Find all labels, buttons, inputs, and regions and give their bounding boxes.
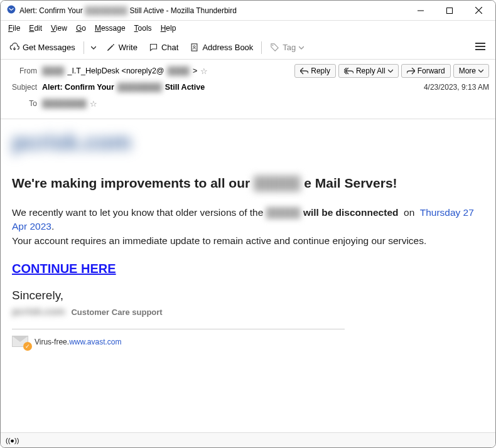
chevron-down-icon [299,45,304,50]
message-body: pcrisk.com We're making improvements to … [1,119,495,358]
get-messages-button[interactable]: Get Messages [4,40,80,55]
p1-blur: █████ [266,206,301,220]
menu-bar: File Edit View Go Message Tools Help [1,21,495,36]
menu-go[interactable]: Go [72,23,90,34]
message-actions: Reply Reply All Forward More [294,64,489,78]
from-blur-2: ████ [168,67,190,75]
menu-view[interactable]: View [47,23,71,34]
virus-free-row: ✓ Virus-free.www.avast.com [12,336,484,348]
menu-message[interactable]: Message [91,23,129,34]
reply-all-button[interactable]: Reply All [338,64,399,78]
menu-file[interactable]: File [4,23,24,34]
chevron-down-icon [388,68,393,73]
from-row: From ████ _I.T_HelpDesk <noreply2@████> … [7,63,489,78]
svg-point-7 [272,45,274,46]
star-contact-icon[interactable]: ☆ [90,99,97,109]
window-title: Alert: Confirm Your ████████ Still Activ… [19,6,406,15]
write-label: Write [119,43,137,52]
get-messages-dropdown[interactable] [87,43,100,53]
tag-label: Tag [283,43,296,52]
subject-value: Alert: Confirm Your ████████ Still Activ… [42,83,205,92]
subject-prefix: Alert: Confirm Your [42,83,114,92]
sincerely-text: Sincerely, [12,289,484,302]
separator [261,41,262,54]
more-label: More [459,67,476,75]
address-book-icon [190,43,199,52]
subject-row: Subject Alert: Confirm Your ████████ Sti… [7,80,489,95]
reply-all-icon [344,68,353,75]
chevron-down-icon [91,45,96,50]
reply-button[interactable]: Reply [294,64,336,78]
title-bar: Alert: Confirm Your ████████ Still Activ… [1,1,495,21]
avast-link[interactable]: www.avast.com [69,338,121,346]
message-headers: From ████ _I.T_HelpDesk <noreply2@████> … [1,60,495,119]
status-icon: ((●)) [6,437,19,444]
status-bar: ((●)) [1,432,495,447]
subject-suffix: Still Active [165,83,205,92]
reply-all-label: Reply All [356,67,385,75]
from-text: _I.T_HelpDesk <noreply2@ [67,67,164,75]
heading-suffix: e Mail Servers! [304,176,397,190]
continue-link[interactable]: CONTINUE HERE [12,262,116,276]
signature-line: pcrisk.com Customer Care support [12,306,484,317]
hamburger-icon [475,42,485,51]
minimize-button[interactable] [406,1,435,20]
reply-label: Reply [311,67,330,75]
to-label: To [7,99,37,108]
star-contact-icon[interactable]: ☆ [200,67,208,76]
p1-dot: . [51,221,54,232]
mail-paragraph-2: Your account requires an immediate updat… [12,234,484,248]
app-icon [7,5,16,16]
from-end: > [193,67,197,75]
to-row: To ████████ ☆ [7,96,489,111]
svg-point-6 [193,46,195,48]
to-blur: ████████ [42,99,87,108]
close-button[interactable] [464,1,493,20]
maximize-button[interactable] [435,1,464,20]
virus-free-icon: ✓ [12,336,30,348]
subject-label: Subject [7,83,37,92]
virus-free-text: Virus-free. [35,338,69,346]
from-blur-1: ████ [42,67,64,75]
app-menu-button[interactable] [469,40,492,55]
address-book-button[interactable]: Address Book [185,40,258,55]
heading-blur: █████ [254,176,300,191]
to-value: ████████ ☆ [42,99,97,109]
p1-text-a: We recently want to let you know that ol… [12,207,263,218]
p1-text-c: on [404,207,414,218]
from-value: ████ _I.T_HelpDesk <noreply2@████> ☆ [42,67,208,76]
chat-icon [149,43,158,52]
pencil-icon [106,43,116,52]
check-badge-icon: ✓ [23,342,32,351]
svg-point-0 [8,6,16,14]
message-date: 4/23/2023, 9:13 AM [424,83,489,92]
forward-icon [407,68,415,75]
p1-bold: will be disconnected [303,207,399,218]
svg-rect-2 [447,8,453,13]
chat-label: Chat [161,43,178,52]
get-messages-label: Get Messages [23,43,75,52]
mail-heading: We're making improvements to all our ███… [12,176,484,191]
logo-blur: pcrisk.com [12,129,131,156]
more-button[interactable]: More [453,64,489,78]
download-cloud-icon [9,43,19,53]
from-label: From [7,67,37,75]
chevron-down-icon [478,68,483,73]
menu-edit[interactable]: Edit [25,23,46,34]
subject-blur: ████████ [117,83,162,92]
menu-help[interactable]: Help [157,23,180,34]
mail-paragraph-1: We recently want to let you know that ol… [12,206,484,234]
title-blur: ████████ [85,6,127,15]
reply-icon [300,68,308,75]
chat-button[interactable]: Chat [144,40,183,55]
tag-button[interactable]: Tag [265,40,309,55]
menu-tools[interactable]: Tools [131,23,156,34]
heading-prefix: We're making improvements to all our [12,176,250,190]
forward-label: Forward [418,67,445,75]
write-button[interactable]: Write [101,40,143,55]
separator [84,41,84,54]
title-prefix: Alert: Confirm Your [19,6,83,15]
divider [12,329,345,329]
forward-button[interactable]: Forward [401,64,451,78]
address-book-label: Address Book [202,43,253,52]
